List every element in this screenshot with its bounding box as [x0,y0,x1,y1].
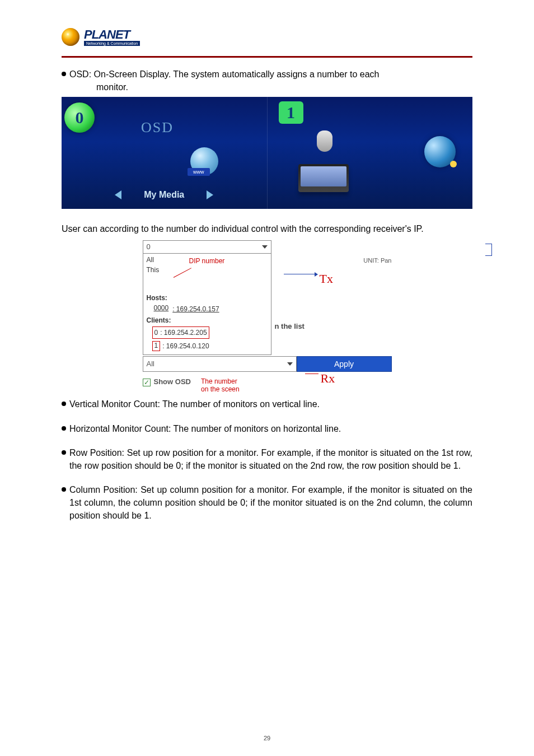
client-item-1[interactable]: 1 : 169.254.0.120 [152,341,268,351]
bullet-text: The number of monitors on horizontal lin… [171,424,341,433]
bullet-icon [62,450,66,455]
earth-icon [424,136,456,167]
bullet-label: Horizontal Monitor Count: [69,424,171,433]
osd-sub-annotation: The number on the sceen [201,377,240,394]
bullet-icon [62,426,66,431]
host-idx: 0000 [152,304,171,314]
hosts-heading: Hosts: [147,293,268,303]
osd-screenshot-strip: 0 OSD www My Media 1 [62,97,472,209]
arrow-left-icon[interactable] [115,190,121,199]
show-osd-checkbox[interactable]: ✓ [143,379,151,386]
osd-badge-1: 1 [279,101,303,124]
mid-paragraph: User can according to the number do indi… [62,222,472,235]
client-ip: : 169.254.0.120 [162,341,209,351]
bullet-osd-text1: On-Screen Display. The system automatica… [91,69,379,79]
osd-badge-0: 0 [64,102,95,133]
bullet-text: The number of monitors on vertical line. [160,399,320,409]
rx-label: Rx [321,371,335,386]
bullet-vertical-count: Vertical Monitor Count: The number of mo… [62,398,472,410]
apply-button[interactable]: Apply [297,356,392,372]
bullet-horizontal-count: Horizontal Monitor Count: The number of … [62,422,472,435]
chevron-down-icon [262,245,268,249]
brand-text: PLANET Networking & Communication [84,29,140,46]
apply-label: Apply [334,360,354,368]
brand-name: PLANET [84,29,140,41]
bullet-icon [62,487,66,492]
client-item-0[interactable]: 0 : 169.254.2.205 [152,326,209,339]
client-idx: 1 [152,341,161,351]
top-select-value: 0 [147,242,151,251]
bullet-osd-text2: monitor. [69,81,472,94]
brand-tagline: Networking & Communication [84,41,140,46]
page-number: 29 [0,735,534,741]
bullet-label: Row Position: [69,448,124,458]
bullet-icon [62,402,66,406]
osd-screenshot-left: 0 OSD www My Media [62,97,268,209]
clients-heading: Clients: [147,315,268,325]
osd-nav: My Media [62,190,267,200]
dip-number-annotation: DIP number [189,256,225,266]
host-item-0[interactable]: 0000 : 169.254.0.157 [152,304,268,314]
bullet-column-position: Column Position: Set up column position … [62,483,472,522]
globe-icon [62,28,79,46]
dropdown-body: DIP number All This Hosts: 0000 : 169.25… [143,254,271,355]
bullet-text: Set up row position for a monitor. For e… [69,448,472,470]
unit-label: UNIT: Pan [363,257,391,264]
bullet-osd: OSD: On-Screen Display. The system autom… [62,68,472,94]
panel-figure: 0 UNIT: Pan DIP number All This Hosts: 0… [62,240,472,394]
client-ip: : 169.254.2.205 [160,328,207,338]
header-divider [62,56,472,58]
arrow-icon [305,374,318,374]
mouse-icon [312,130,346,164]
osd-screenshot-right: 1 [268,97,473,209]
bracket-icon [485,244,492,256]
host-ip: : 169.254.0.157 [172,304,219,314]
bullet-row-position: Row Position: Set up row position for a … [62,446,472,472]
bullet-osd-label: OSD: [69,69,91,79]
brand-logo: PLANET Networking & Communication [62,28,472,46]
chevron-down-icon [287,362,293,366]
client-idx: 0 [154,328,158,338]
osd-title: OSD [141,119,174,136]
tv-icon [298,164,349,192]
arrow-right-icon[interactable] [207,190,213,199]
bullet-icon [62,72,66,76]
www-banner: www [188,168,210,176]
all-select[interactable]: All [143,356,297,372]
bullet-label: Column Position: [69,485,138,494]
top-select[interactable]: 0 [143,240,271,254]
in-the-list-label: n the list [275,322,305,330]
option-this[interactable]: This [147,265,268,275]
tx-label: Tx [320,272,333,286]
all-select-value: All [147,360,154,368]
my-media-label: My Media [144,190,184,200]
arrow-icon [284,274,317,274]
bullet-label: Vertical Monitor Count: [69,399,160,409]
show-osd-label: Show OSD [154,377,191,386]
